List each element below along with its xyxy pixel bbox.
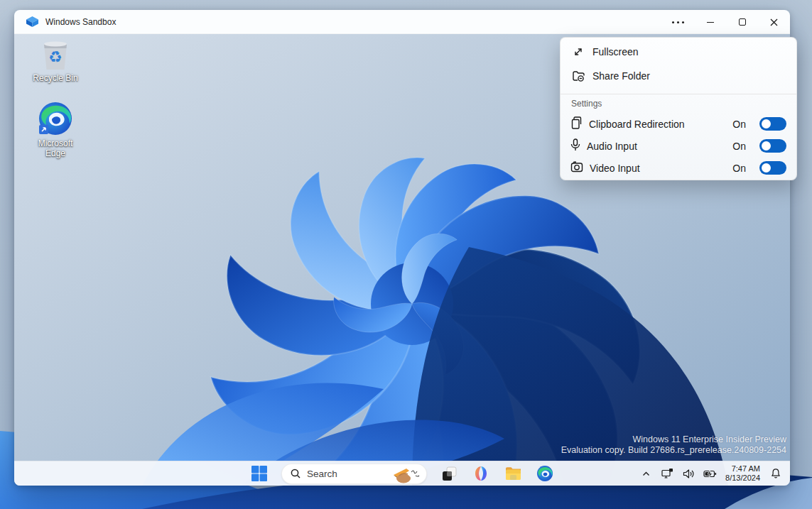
desktop-icon-label: Microsoft Edge bbox=[27, 138, 84, 158]
menu-item-label: Share Folder bbox=[592, 70, 650, 82]
recycle-bin-icon: ♻ bbox=[40, 38, 70, 71]
sandbox-options-flyout: Fullscreen Share Folder Settings Clipboa… bbox=[560, 37, 797, 180]
settings-section-label: Settings bbox=[561, 94, 796, 113]
close-button[interactable] bbox=[758, 10, 790, 34]
bell-icon bbox=[770, 468, 781, 479]
task-view-icon bbox=[441, 466, 458, 482]
svg-text:♻: ♻ bbox=[48, 48, 63, 66]
share-folder-icon bbox=[570, 70, 586, 82]
menu-item-audio-input[interactable]: Audio Input On bbox=[561, 135, 796, 157]
toggle-knob bbox=[762, 141, 771, 150]
fullscreen-icon bbox=[570, 45, 586, 58]
search-input[interactable]: Search bbox=[281, 464, 427, 484]
tray-time: 7:47 AM bbox=[725, 464, 760, 474]
menu-item-label: Fullscreen bbox=[592, 46, 639, 58]
system-tray: 7:47 AM 8/13/2024 bbox=[637, 461, 784, 486]
search-icon bbox=[291, 469, 301, 478]
network-button[interactable] bbox=[659, 464, 676, 483]
notification-button[interactable] bbox=[767, 464, 784, 483]
window-title: Windows Sandbox bbox=[45, 17, 116, 27]
battery-charging-icon bbox=[703, 469, 717, 478]
tray-overflow-button[interactable] bbox=[637, 464, 654, 483]
watermark-line2: Evaluation copy. Build 27686.rs_prerelea… bbox=[561, 445, 786, 456]
close-icon bbox=[770, 18, 778, 26]
ellipsis-icon bbox=[672, 21, 684, 23]
minimize-button[interactable] bbox=[694, 10, 726, 34]
toggle-label: Clipboard Redirection bbox=[589, 119, 726, 130]
more-options-button[interactable] bbox=[662, 10, 694, 34]
titlebar: Windows Sandbox bbox=[14, 10, 790, 34]
toggle-label: Video Input bbox=[590, 163, 726, 174]
volume-button[interactable] bbox=[680, 464, 697, 483]
clock[interactable]: 7:47 AM 8/13/2024 bbox=[722, 464, 763, 483]
search-placeholder: Search bbox=[307, 469, 337, 479]
edge-taskbar-button[interactable] bbox=[535, 464, 555, 483]
camera-icon bbox=[570, 161, 583, 175]
file-explorer-button[interactable] bbox=[503, 464, 523, 483]
watermark-line1: Windows 11 Enterprise Insider Preview bbox=[561, 434, 786, 445]
toggle-knob bbox=[762, 163, 771, 173]
battery-button[interactable] bbox=[701, 464, 718, 483]
maximize-icon bbox=[739, 18, 746, 26]
toggle-label: Audio Input bbox=[587, 141, 726, 152]
maximize-button[interactable] bbox=[726, 10, 758, 34]
video-toggle-switch[interactable] bbox=[759, 161, 786, 175]
menu-item-video-input[interactable]: Video Input On bbox=[561, 157, 796, 179]
menu-item-share-folder[interactable]: Share Folder bbox=[561, 64, 796, 88]
toggle-state-label: On bbox=[732, 119, 746, 130]
copilot-button[interactable] bbox=[471, 464, 491, 483]
toggle-knob bbox=[762, 119, 771, 128]
minimize-icon bbox=[707, 22, 714, 23]
menu-item-clipboard-redirection[interactable]: Clipboard Redirection On bbox=[561, 113, 796, 135]
desktop-icon-microsoft-edge[interactable]: Microsoft Edge bbox=[27, 101, 84, 158]
clipboard-toggle-switch[interactable] bbox=[759, 117, 786, 131]
tray-date: 8/13/2024 bbox=[725, 474, 760, 483]
taskbar: Search bbox=[14, 461, 790, 486]
toggle-state-label: On bbox=[732, 163, 746, 174]
desktop-icon-recycle-bin[interactable]: ♻ Recycle Bin bbox=[27, 38, 84, 83]
clipboard-icon bbox=[570, 116, 583, 131]
search-highlight-doodle-icon bbox=[392, 464, 423, 485]
menu-item-fullscreen[interactable]: Fullscreen bbox=[561, 40, 796, 64]
task-view-button[interactable] bbox=[439, 464, 459, 483]
microphone-icon bbox=[570, 138, 580, 153]
volume-icon bbox=[683, 469, 695, 479]
network-icon bbox=[661, 468, 673, 479]
desktop-icon-label: Recycle Bin bbox=[33, 73, 77, 83]
copilot-icon bbox=[472, 465, 489, 482]
sandbox-logo-icon bbox=[26, 16, 38, 27]
start-button[interactable] bbox=[249, 464, 269, 483]
edge-icon bbox=[38, 101, 73, 136]
toggle-state-label: On bbox=[732, 141, 746, 152]
chevron-up-icon bbox=[642, 469, 651, 478]
windows-logo-icon bbox=[251, 465, 268, 482]
folder-icon bbox=[504, 465, 522, 483]
edge-icon bbox=[536, 465, 553, 482]
audio-toggle-switch[interactable] bbox=[759, 139, 786, 153]
evaluation-watermark: Windows 11 Enterprise Insider Preview Ev… bbox=[561, 434, 786, 456]
